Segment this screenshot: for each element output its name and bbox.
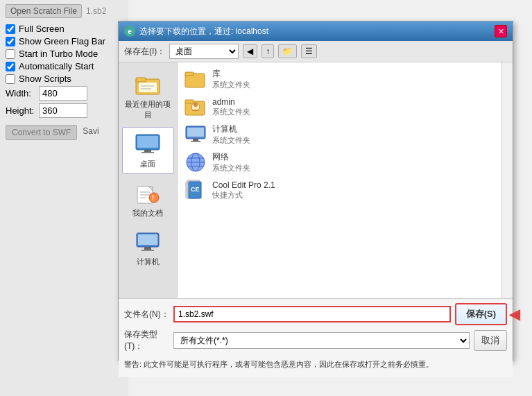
file-type: 快捷方式	[212, 190, 275, 200]
back-button[interactable]: ◀	[243, 44, 257, 58]
file-item-info: 网络 系统文件夹	[212, 151, 250, 173]
save-in-label: 保存在(I)：	[124, 46, 165, 58]
save-btn-wrapper: 保存(S) ◀	[455, 303, 507, 325]
show-scripts-label: Show Scripts	[19, 74, 71, 84]
dialog-titlebar: e 选择要下载的位置，通过: localhost ✕	[119, 21, 513, 41]
filetype-row: 保存类型(T)： 所有文件(*.*) 取消	[124, 329, 507, 352]
user-folder-icon	[185, 96, 207, 118]
file-type: 系统文件夹	[212, 163, 250, 173]
turbo-mode-checkbox[interactable]	[6, 49, 15, 59]
nav-desktop-label: 桌面	[140, 159, 155, 169]
save-button[interactable]: 保存(S)	[455, 303, 507, 325]
height-row: Height:	[6, 103, 123, 118]
svg-rect-23	[185, 100, 194, 103]
file-name: 库	[212, 68, 250, 80]
left-panel: Open Scratch File 1.sb2 Full Screen Show…	[0, 0, 128, 396]
network-folder-icon	[185, 151, 207, 173]
dialog-close-button[interactable]: ✕	[495, 25, 507, 37]
full-screen-label: Full Screen	[19, 24, 65, 34]
up-button[interactable]: ↑	[261, 44, 274, 58]
show-scripts-row: Show Scripts	[6, 74, 123, 84]
shortcut-icon: CE	[185, 179, 207, 201]
recent-icon	[134, 72, 162, 97]
svg-rect-18	[144, 247, 151, 250]
nav-recent-label: 最近使用的项目	[125, 99, 171, 120]
open-file-button[interactable]: Open Scratch File	[6, 4, 82, 18]
auto-start-checkbox[interactable]	[6, 62, 15, 71]
new-folder-button[interactable]: 📁	[278, 44, 297, 58]
height-input[interactable]	[39, 103, 87, 118]
list-item[interactable]: 网络 系统文件夹	[180, 148, 499, 176]
save-dialog: e 选择要下载的位置，通过: localhost ✕ 保存在(I)： 桌面 ◀ …	[118, 21, 513, 361]
nav-computer[interactable]: 计算机	[122, 225, 174, 271]
auto-start-label: Automatically Start	[19, 61, 94, 71]
nav-computer-label: 计算机	[137, 257, 160, 267]
width-row: Width:	[6, 86, 123, 101]
file-name: admin	[212, 97, 250, 107]
full-screen-checkbox[interactable]	[6, 24, 15, 34]
dialog-body: 最近使用的项目 桌面	[119, 62, 513, 298]
view-button[interactable]: ☰	[301, 44, 317, 58]
show-scripts-checkbox[interactable]	[6, 74, 15, 84]
filename-input[interactable]	[173, 306, 451, 322]
file-name: 计算机	[212, 123, 250, 135]
convert-to-swf-button[interactable]: Convert to SWF	[6, 125, 77, 140]
svg-rect-29	[191, 141, 200, 142]
cancel-button[interactable]: 取消	[474, 330, 507, 351]
dialog-icon: e	[124, 26, 135, 37]
titlebar-left: e 选择要下载的位置，通过: localhost	[124, 26, 268, 37]
svg-rect-21	[185, 72, 194, 76]
list-item[interactable]: 库 系统文件夹	[180, 65, 499, 93]
file-type: 系统文件夹	[212, 107, 250, 117]
save-in-dropdown[interactable]: 桌面	[169, 44, 239, 59]
list-item[interactable]: CE Cool Edit Pro 2.1 快捷方式	[180, 176, 499, 204]
file-type: 系统文件夹	[212, 80, 250, 90]
svg-rect-8	[141, 152, 154, 153]
file-item-info: 计算机 系统文件夹	[212, 123, 250, 146]
file-item-info: admin 系统文件夹	[212, 97, 250, 117]
green-flag-row: Show Green Flag Bar	[6, 36, 123, 46]
dialog-title: 选择要下载的位置，通过: localhost	[139, 26, 268, 37]
nav-recent[interactable]: 最近使用的项目	[122, 68, 174, 124]
svg-text:CE: CE	[191, 186, 200, 193]
dialog-toolbar: 保存在(I)： 桌面 ◀ ↑ 📁 ☰	[119, 41, 513, 62]
nav-desktop[interactable]: 桌面	[122, 127, 174, 174]
top-bar: Open Scratch File 1.sb2	[6, 4, 123, 18]
file-name: Cool Edit Pro 2.1	[212, 180, 275, 190]
show-green-flag-label: Show Green Flag Bar	[19, 36, 105, 46]
svg-text:!: !	[152, 194, 154, 202]
filename-row: 文件名(N)： 保存(S) ◀	[124, 303, 507, 325]
file-type: 系统文件夹	[212, 135, 250, 146]
width-label: Width:	[6, 88, 35, 98]
system-folder-icon	[185, 68, 207, 90]
auto-start-row: Automatically Start	[6, 61, 123, 71]
documents-icon: !	[134, 181, 162, 206]
height-label: Height:	[6, 105, 35, 116]
nav-documents[interactable]: ! 我的文档	[122, 177, 174, 223]
turbo-mode-label: Start in Turbo Mode	[19, 49, 98, 59]
nav-documents-label: 我的文档	[132, 208, 163, 218]
filetype-select[interactable]: 所有文件(*.*)	[173, 332, 470, 349]
dialog-bottom: 文件名(N)： 保存(S) ◀ 保存类型(T)： 所有文件(*.*) 取消 警告…	[119, 298, 513, 377]
file-name: 网络	[212, 151, 250, 163]
filetype-label: 保存类型(T)：	[124, 329, 169, 352]
list-item[interactable]: admin 系统文件夹	[180, 93, 499, 121]
desktop-icon	[134, 132, 162, 157]
svg-rect-1	[136, 78, 146, 82]
file-item-info: Cool Edit Pro 2.1 快捷方式	[212, 180, 275, 200]
svg-rect-27	[187, 128, 204, 137]
computer-folder-icon	[185, 123, 207, 146]
warning-text: 警告: 此文件可能是可执行程序，或者可能包含恶意内容，因此在保存或打开之前务必慎…	[124, 356, 507, 373]
list-item[interactable]: 计算机 系统文件夹	[180, 121, 499, 148]
current-filename: 1.sb2	[86, 6, 106, 16]
nav-panel: 最近使用的项目 桌面	[119, 62, 178, 298]
svg-rect-6	[137, 136, 158, 148]
file-list: 库 系统文件夹 admin 系统文件夹	[178, 62, 501, 298]
scrollbar[interactable]	[501, 62, 513, 298]
full-screen-row: Full Screen	[6, 24, 123, 34]
turbo-mode-row: Start in Turbo Mode	[6, 49, 123, 59]
width-input[interactable]	[39, 86, 87, 101]
show-green-flag-checkbox[interactable]	[6, 37, 15, 46]
computer-icon	[134, 230, 162, 255]
arrow-right-icon: ◀	[509, 306, 520, 322]
